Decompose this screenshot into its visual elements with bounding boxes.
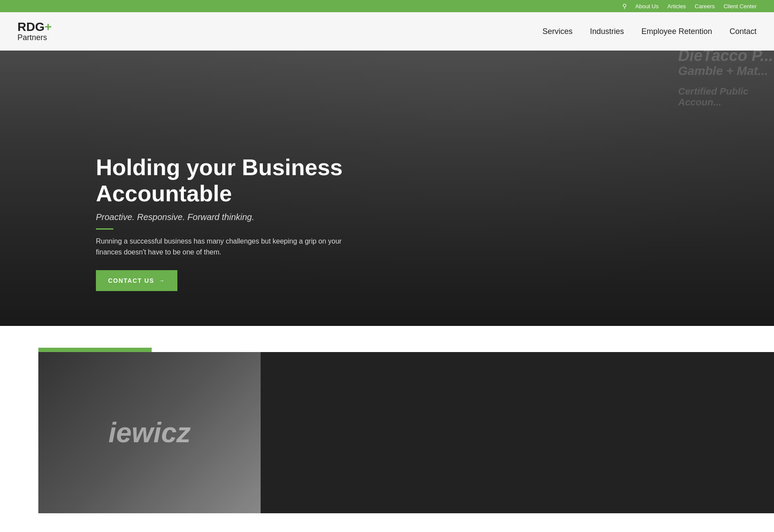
logo[interactable]: RDG+ Partners [17, 21, 52, 42]
nav-links: Services Industries Employee Retention C… [543, 27, 757, 36]
logo-plus: + [44, 20, 51, 34]
search-icon[interactable]: ⚲ [622, 3, 627, 10]
hero-section: DieTacco P... Gamble + Mat... Certified … [0, 12, 774, 326]
top-bar: ⚲ About Us Articles Careers Client Cente… [0, 0, 774, 12]
below-photo: iewicz [38, 352, 261, 513]
contact-us-button[interactable]: CONTACT US → [96, 270, 177, 291]
nav-contact[interactable]: Contact [730, 27, 757, 36]
nav-services[interactable]: Services [543, 27, 573, 36]
below-image-block: iewicz [38, 352, 261, 513]
hero-subtitle: Proactive. Responsive. Forward thinking. [96, 212, 392, 222]
hero-divider [96, 228, 113, 230]
topbar-about[interactable]: About Us [635, 3, 659, 10]
contact-us-arrow: → [159, 277, 166, 284]
logo-text: RDG+ [17, 21, 52, 33]
hero-description: Running a successful business has many c… [96, 236, 349, 258]
topbar-client-center[interactable]: Client Center [723, 3, 757, 10]
below-hero-section: iewicz [0, 326, 774, 513]
topbar-articles[interactable]: Articles [667, 3, 686, 10]
below-content [261, 352, 774, 513]
topbar-careers[interactable]: Careers [695, 3, 715, 10]
green-accent-bar [38, 348, 152, 352]
below-photo-text: iewicz [109, 417, 191, 449]
hero-content: Holding your Business Accountable Proact… [96, 155, 392, 291]
main-navbar: RDG+ Partners Services Industries Employ… [0, 12, 774, 51]
logo-sub: Partners [17, 33, 52, 42]
nav-industries[interactable]: Industries [590, 27, 624, 36]
below-hero-inner: iewicz [0, 352, 774, 513]
contact-us-label: CONTACT US [108, 277, 154, 284]
nav-employee-retention[interactable]: Employee Retention [642, 27, 712, 36]
hero-title: Holding your Business Accountable [96, 155, 392, 207]
